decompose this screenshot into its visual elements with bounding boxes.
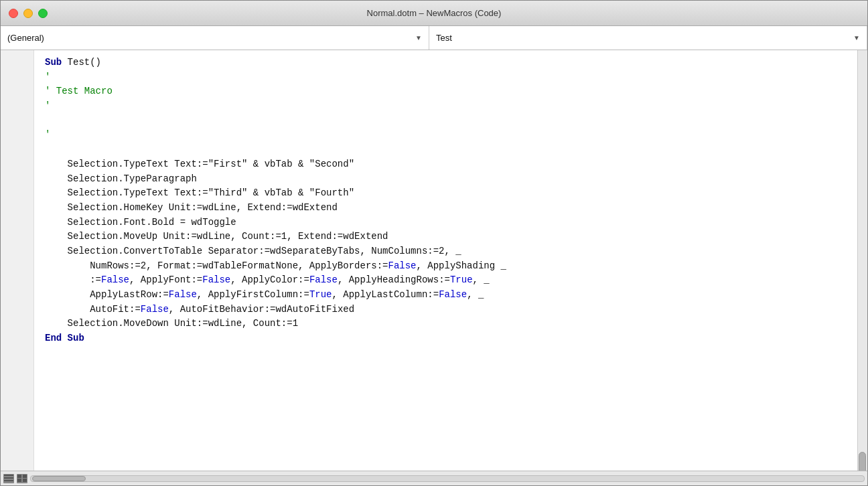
minimize-button[interactable]: [23, 9, 33, 18]
vertical-scrollbar[interactable]: [857, 50, 867, 471]
svg-rect-0: [4, 475, 13, 476]
test-dropdown-label: Test: [436, 33, 452, 43]
general-dropdown[interactable]: (General) ▼: [1, 26, 429, 50]
code-editor[interactable]: Sub Test() ' ' Test Macro ' ' Selection.…: [34, 50, 857, 471]
view-icon-1[interactable]: [3, 474, 14, 483]
window-controls: [9, 9, 48, 18]
title-bar: Normal.dotm – NewMacros (Code): [1, 1, 867, 26]
svg-rect-3: [17, 475, 21, 478]
svg-rect-4: [23, 475, 27, 478]
svg-rect-6: [23, 479, 27, 482]
toolbar: (General) ▼ Test ▼: [1, 26, 867, 50]
scrollbar-thumb[interactable]: [859, 452, 866, 471]
test-dropdown-arrow: ▼: [853, 34, 860, 42]
svg-rect-1: [4, 477, 13, 479]
horizontal-scrollbar-thumb[interactable]: [32, 476, 86, 481]
maximize-button[interactable]: [38, 9, 48, 18]
bottom-bar: [1, 471, 867, 485]
window-title: Normal.dotm – NewMacros (Code): [367, 8, 502, 18]
close-button[interactable]: [9, 9, 18, 18]
view-icon-2[interactable]: [17, 474, 27, 483]
editor-container: Sub Test() ' ' Test Macro ' ' Selection.…: [1, 50, 867, 471]
horizontal-scrollbar-track[interactable]: [30, 475, 865, 482]
code-content: Sub Test() ' ' Test Macro ' ' Selection.…: [34, 56, 857, 346]
line-gutter: [1, 50, 34, 471]
test-dropdown[interactable]: Test ▼: [429, 26, 867, 50]
svg-rect-5: [17, 479, 21, 482]
general-dropdown-label: (General): [7, 33, 44, 43]
svg-rect-2: [4, 480, 13, 481]
main-window: Normal.dotm – NewMacros (Code) (General)…: [0, 0, 868, 486]
general-dropdown-arrow: ▼: [415, 34, 422, 42]
